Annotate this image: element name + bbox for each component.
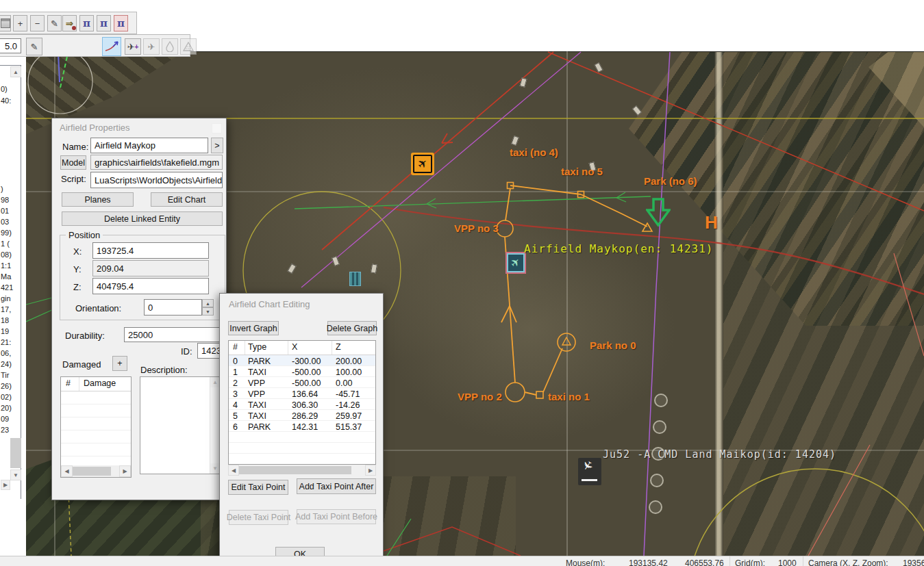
add-taxi-point-after-button[interactable]: Add Taxi Point After: [297, 478, 376, 494]
list-item[interactable]: gin: [1, 294, 11, 303]
scrollbar-thumb[interactable]: [239, 466, 351, 474]
add-icon[interactable]: +: [13, 15, 27, 31]
list-item[interactable]: 40:: [1, 97, 11, 105]
delete-graph-button[interactable]: Delete Graph: [327, 321, 377, 335]
eyedropper-icon[interactable]: ✎: [26, 38, 42, 55]
list-item[interactable]: 1:1: [1, 261, 11, 270]
scroll-left-icon[interactable]: ◀: [228, 465, 239, 476]
spin-up-icon[interactable]: ▲: [202, 299, 214, 307]
table-row[interactable]: [61, 391, 131, 404]
list-item[interactable]: 03: [1, 218, 9, 226]
list-item[interactable]: 19: [1, 327, 9, 335]
edit-taxi-point-button[interactable]: Edit Taxi Point: [228, 480, 288, 495]
planes-button[interactable]: Planes: [62, 192, 134, 207]
table-row[interactable]: [229, 454, 375, 465]
scroll-down-icon[interactable]: ▼: [210, 463, 220, 474]
model-button[interactable]: Model: [60, 155, 86, 170]
list-item[interactable]: 02): [1, 393, 12, 401]
table-row[interactable]: 6PARK142.31515.37: [229, 421, 375, 432]
remove-icon[interactable]: −: [30, 15, 45, 31]
edit-chart-button[interactable]: Edit Chart: [151, 192, 223, 207]
supply-grid-icon[interactable]: [349, 272, 361, 286]
list-item[interactable]: 0): [1, 85, 8, 93]
eyedropper-icon[interactable]: ✎: [47, 15, 62, 31]
z-field[interactable]: 404795.4: [92, 278, 209, 294]
list-item[interactable]: 06,: [1, 349, 11, 357]
list-item[interactable]: 08): [1, 250, 12, 259]
list-item[interactable]: 1 (: [1, 240, 10, 248]
table-row[interactable]: [61, 430, 131, 443]
titlebar-button[interactable]: [212, 123, 222, 133]
green-arrow-icon[interactable]: [646, 198, 671, 227]
scroll-left-icon[interactable]: ◀: [61, 465, 73, 477]
list-item[interactable]: 18: [1, 316, 9, 324]
pi-refresh-icon[interactable]: π: [97, 15, 111, 31]
y-field[interactable]: 209.04: [92, 260, 209, 276]
invert-graph-button[interactable]: Invert Graph: [228, 321, 279, 335]
spin-down-icon[interactable]: ▼: [202, 307, 214, 316]
list-item[interactable]: ): [1, 185, 3, 193]
list-item[interactable]: Tir: [1, 371, 9, 379]
list-item[interactable]: Ma: [1, 272, 11, 281]
list-item[interactable]: 01: [1, 207, 9, 215]
airfield-marker-icon[interactable]: ✈: [411, 153, 434, 175]
plane-marker-icon[interactable]: ✈: [505, 252, 526, 274]
delete-linked-entity-button[interactable]: Delete Linked Entity: [62, 211, 223, 226]
description-textarea[interactable]: ▲ ▼: [140, 376, 221, 474]
name-field[interactable]: Airfield Maykop: [90, 138, 208, 153]
durability-field[interactable]: 25000: [124, 327, 227, 342]
table-row[interactable]: [61, 417, 131, 430]
dialog-title[interactable]: Airfield Properties: [60, 123, 130, 133]
taxi-points-table[interactable]: # Type X Z 0PARK-300.00200.00 1TAXI-500.…: [228, 340, 376, 465]
table-row[interactable]: [229, 432, 375, 443]
table-row[interactable]: 2VPP-500.000.00: [229, 377, 375, 388]
scroll-right-icon[interactable]: ▶: [365, 465, 376, 476]
list-item[interactable]: 421: [1, 283, 13, 292]
dialog-title[interactable]: Airfield Chart Editing: [229, 299, 310, 309]
table-row[interactable]: 3VPP136.64-45.71: [229, 388, 375, 399]
droplet-icon[interactable]: [162, 38, 178, 55]
scroll-down-icon[interactable]: ▼: [10, 469, 21, 480]
model-field[interactable]: graphics\airfields\fakefield.mgm: [90, 155, 223, 170]
delete-taxi-point-button[interactable]: Delete Taxi Point: [229, 510, 288, 525]
pi-icon[interactable]: π: [114, 15, 128, 31]
scrollbar-thumb[interactable]: [73, 467, 111, 476]
list-item[interactable]: 26): [1, 382, 12, 390]
list-item[interactable]: 20): [1, 404, 12, 412]
pi-rotate-icon[interactable]: π: [79, 15, 94, 31]
add-damage-button[interactable]: +: [112, 356, 127, 371]
scrollbar-thumb[interactable]: [10, 438, 21, 468]
table-row[interactable]: [229, 443, 375, 454]
list-item[interactable]: 98: [1, 196, 9, 204]
scroll-right-icon[interactable]: ▶: [119, 465, 131, 477]
list-item[interactable]: 23: [1, 426, 9, 434]
list-item[interactable]: 99): [1, 229, 12, 237]
list-item[interactable]: 24): [1, 360, 12, 368]
x-field[interactable]: 193725.4: [92, 242, 209, 259]
notebook-icon[interactable]: [0, 15, 11, 31]
table-row[interactable]: 0PARK-300.00200.00: [229, 355, 375, 366]
list-item[interactable]: 09: [1, 415, 9, 423]
table-row[interactable]: [61, 404, 131, 417]
hill-icon[interactable]: [180, 38, 197, 55]
table-row[interactable]: [61, 443, 131, 456]
damage-table[interactable]: # Damage ◀ ▶: [60, 376, 132, 478]
value-field[interactable]: 5.0: [0, 38, 21, 53]
slope-add-icon[interactable]: [102, 37, 121, 56]
export-arrow-icon[interactable]: ⇒: [62, 15, 77, 31]
table-row[interactable]: 1TAXI-500.00100.00: [229, 366, 375, 377]
plane-add-icon[interactable]: ✈+: [125, 38, 141, 55]
script-field[interactable]: LuaScripts\WorldObjects\Airfields\fake: [90, 172, 223, 188]
scroll-up-icon[interactable]: ▲: [10, 66, 21, 77]
scroll-up-icon[interactable]: ▲: [210, 377, 220, 387]
plane-select-icon[interactable]: ✈: [143, 38, 160, 55]
landing-command-icon[interactable]: ✈: [578, 458, 601, 485]
scroll-right-icon[interactable]: ▶: [1, 480, 10, 490]
list-item[interactable]: 21:: [1, 338, 11, 346]
table-row[interactable]: 4TAXI306.30-14.26: [229, 399, 375, 410]
list-item[interactable]: 17,: [1, 305, 11, 313]
expand-button[interactable]: >: [211, 138, 223, 153]
add-taxi-point-before-button[interactable]: Add Taxi Point Before: [297, 509, 376, 524]
orientation-field[interactable]: 0: [144, 299, 202, 316]
table-row[interactable]: 5TAXI286.29259.97: [229, 410, 375, 421]
